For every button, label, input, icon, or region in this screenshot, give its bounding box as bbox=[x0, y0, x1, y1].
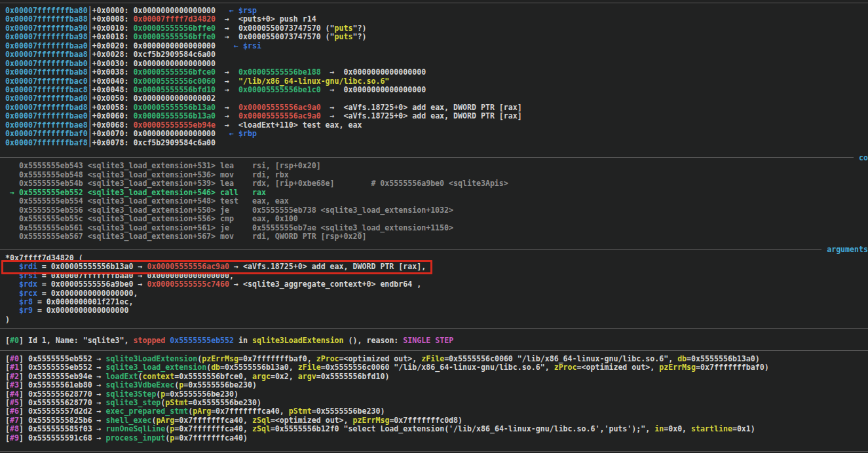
stack-row: 0x00007fffffffba88│+0x0008: 0x00007ffff7… bbox=[5, 15, 868, 24]
text-segment: context bbox=[142, 372, 174, 381]
text-segment: 0x00007fffffffba98 bbox=[5, 32, 88, 41]
text-segment: = 0x0000000001f271ec, bbox=[33, 297, 134, 306]
text-segment: sqlite3Step bbox=[106, 390, 157, 399]
text-segment bbox=[5, 306, 19, 315]
text-segment: ] 0x5555555eb552 → bbox=[19, 354, 106, 363]
text-segment: ] 0x555555628770 → bbox=[19, 390, 106, 399]
text-segment: zFile bbox=[421, 354, 444, 363]
backtrace-row: [#1] 0x5555555eb552 → sqlite3_load_exten… bbox=[5, 363, 868, 372]
text-segment: [ bbox=[5, 433, 10, 443]
text-segment: → bbox=[216, 111, 238, 120]
text-segment: → 0x0000550073747570 (" bbox=[216, 32, 334, 41]
highlight-annotation-box: $rdi = 0x00005555556b13a0 → 0x0000555555… bbox=[5, 263, 426, 271]
text-segment: =<optimized out>, bbox=[577, 363, 660, 372]
text-segment: 0x00007fffffffbad8 bbox=[5, 103, 88, 112]
text-segment: ] 0x555555585f03 → bbox=[19, 424, 106, 433]
backtrace-row: [#3] 0x55555561eb80 → sqlite3VdbeExec(p=… bbox=[5, 381, 868, 390]
section-divider-arguments: arguments bbox=[0, 245, 868, 253]
argument-row: *0x7ffff7d34820 ( bbox=[5, 254, 868, 263]
text-segment: =0x5555556c0060 "/lib/x86_64-linux-gnu/l… bbox=[444, 354, 677, 363]
text-segment: $r9 bbox=[19, 306, 33, 315]
text-segment: #6 bbox=[10, 407, 19, 416]
stack-row: 0x00007fffffffbae8│+0x0068: 0x0000555555… bbox=[5, 121, 868, 130]
backtrace-row: [#9] 0x555555591c68 → process_input(p=0x… bbox=[5, 434, 868, 443]
text-segment: #5 bbox=[10, 398, 19, 407]
text-segment: 0x00007fffffffbaf0 bbox=[5, 129, 88, 138]
argument-row: ) bbox=[5, 316, 868, 324]
text-segment: 0x5555555eb548 <sqlite3_load_extension+5… bbox=[5, 170, 289, 179]
text-segment: → <loadExt+110> test eax, eax bbox=[216, 120, 362, 130]
text-segment: =0x7fffffffca40) bbox=[174, 433, 248, 443]
text-segment: zSql bbox=[252, 424, 271, 433]
text-segment: │+0x0068: bbox=[88, 120, 134, 130]
text-segment: sqlite3LoadExtension bbox=[252, 336, 344, 345]
disassembly-row: 0x5555555eb554 <sqlite3_load_extension+5… bbox=[5, 197, 868, 206]
text-segment: [ bbox=[5, 372, 10, 381]
text-segment: │+0x0040: bbox=[88, 77, 134, 86]
stack-row: 0x00007fffffffba98│+0x0018: 0x0000555555… bbox=[5, 33, 868, 41]
text-segment: #9 bbox=[10, 433, 19, 443]
text-segment: pzErrMsg bbox=[659, 363, 696, 372]
text-segment: #3 bbox=[10, 380, 19, 390]
text-segment: =0x7fffffffca40, bbox=[174, 416, 252, 425]
text-segment: zFile bbox=[298, 363, 321, 372]
text-segment: pStmt bbox=[165, 398, 188, 407]
text-segment: 0x5555555eb543 <sqlite3_load_extension+5… bbox=[5, 161, 321, 170]
text-segment: puts bbox=[335, 32, 353, 41]
text-segment: =0x5555556bfd10) bbox=[316, 372, 390, 381]
text-segment: puts bbox=[335, 24, 353, 33]
text-segment: 0x00007fffffffbaa0 bbox=[5, 41, 88, 50]
arguments-section: *0x7ffff7d34820 ( $rdi = 0x00005555556b1… bbox=[5, 254, 868, 325]
stack-row: 0x00007fffffffbae0│+0x0060: 0x0000555555… bbox=[5, 112, 868, 120]
text-segment: → <aVfs.18725+0> add eax, DWORD PTR [rax… bbox=[321, 103, 522, 112]
text-segment: 0x5555555eb54b <sqlite3_load_extension+5… bbox=[5, 179, 508, 188]
text-segment: ← $rsi bbox=[234, 41, 261, 50]
text-segment: ] 0x555555628770 → bbox=[19, 398, 106, 407]
text-segment: 0x00007fffffffbaa8 bbox=[5, 50, 88, 59]
terminal[interactable]: 0x00007fffffffba80│+0x0000: 0x0000000000… bbox=[0, 0, 868, 453]
text-segment bbox=[5, 280, 19, 289]
stack-row: 0x00007fffffffbab0│+0x0030: 0x0000000000… bbox=[5, 60, 868, 68]
text-segment: → 0x5555555eb552 <sqlite3_load_extension… bbox=[5, 188, 266, 197]
text-segment: =0x5555556be230) bbox=[165, 390, 238, 399]
stack-row: 0x00007fffffffba90│+0x0010: 0x0000555555… bbox=[5, 24, 868, 33]
text-segment: #4 bbox=[10, 390, 19, 399]
backtrace-row: [#5] 0x555555628770 → sqlite3_step(pStmt… bbox=[5, 399, 868, 407]
text-segment: 0x5555555eb561 <sqlite3_load_extension+5… bbox=[5, 223, 453, 232]
text-segment: 0x00005555556ac9a0 bbox=[238, 111, 321, 120]
text-segment: → <puts+0> push r14 bbox=[216, 14, 316, 24]
text-segment: 0x00007fffffffbaf8 bbox=[5, 138, 88, 147]
text-segment: → 0x0000000000000000 bbox=[321, 85, 426, 94]
text-segment: "?) bbox=[353, 32, 367, 41]
text-segment: =0x5555556be230) bbox=[312, 407, 385, 416]
text-segment: 0x00007fffffffba88 bbox=[5, 14, 88, 24]
text-segment: 0x00005555556bfd10 bbox=[133, 85, 216, 94]
text-segment: [ bbox=[5, 336, 10, 345]
backtrace-row: [#4] 0x555555628770 → sqlite3Step(p=0x55… bbox=[5, 390, 868, 399]
disassembly-row: 0x5555555eb548 <sqlite3_load_extension+5… bbox=[5, 171, 868, 179]
text-segment: $r8 bbox=[19, 297, 33, 306]
text-segment: argv bbox=[298, 372, 316, 381]
text-segment: 0x00005555556be1c0 bbox=[238, 85, 321, 94]
text-segment: = 0x0000000000000000 bbox=[33, 306, 129, 315]
text-segment: [ bbox=[5, 424, 10, 433]
text-segment: → <sqlite3_aggregate_context+0> endbr64 … bbox=[229, 280, 421, 289]
text-segment: "/lib/x86_64-linux-gnu/libc.so.6" bbox=[238, 77, 389, 86]
argument-row: $rdx = 0x00005555556a9be0 → 0x0000555555… bbox=[5, 280, 868, 289]
text-segment: $rcx bbox=[19, 289, 37, 298]
text-segment: #0 bbox=[10, 336, 19, 345]
section-title: co bbox=[854, 153, 868, 162]
trace-section: [#0] 0x5555555eb552 → sqlite3LoadExtensi… bbox=[5, 355, 868, 443]
text-segment: 0x00007fffffffbac8 bbox=[5, 85, 88, 94]
text-segment: 0x00007fffffffba80 bbox=[5, 6, 88, 15]
text-segment: 0x00007fffffffbab0 bbox=[5, 59, 88, 68]
disassembly-row: 0x5555555eb54b <sqlite3_load_extension+5… bbox=[5, 179, 868, 188]
text-segment: [ bbox=[5, 354, 10, 363]
text-segment: │+0x0030: 0x0000000000000000 bbox=[88, 59, 216, 68]
text-segment: 0x5555555eb554 <sqlite3_load_extension+5… bbox=[5, 196, 289, 206]
text-segment: │+0x0048: bbox=[88, 85, 134, 94]
text-segment: = bbox=[37, 262, 51, 271]
text-segment: argc bbox=[252, 372, 271, 381]
text-segment: 0x00007fffffffba90 bbox=[5, 24, 88, 33]
text-segment: 0x00007fffffffbac0 bbox=[5, 77, 88, 86]
